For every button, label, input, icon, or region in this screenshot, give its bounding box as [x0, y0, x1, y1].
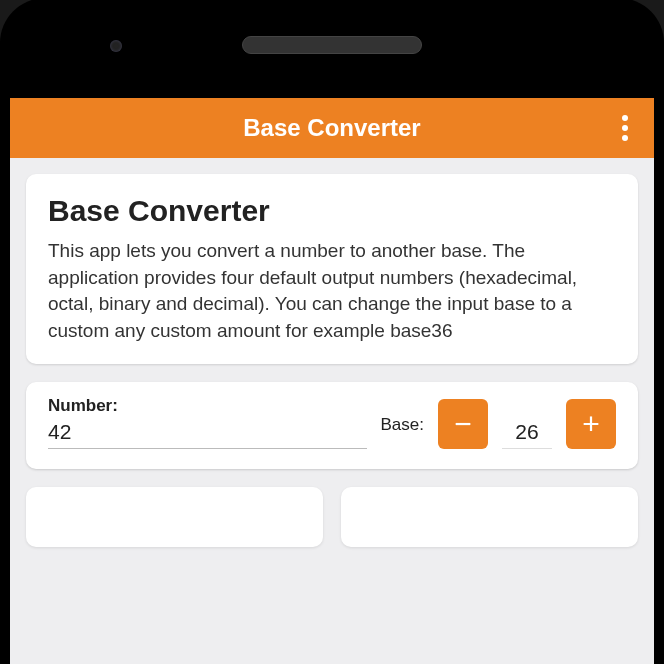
input-card: Number: Base: − 26 + — [26, 382, 638, 469]
overflow-menu-button[interactable] — [614, 107, 636, 149]
number-label: Number: — [48, 396, 367, 416]
intro-heading: Base Converter — [48, 194, 616, 228]
base-increment-button[interactable]: + — [566, 399, 616, 449]
kebab-dot-icon — [622, 125, 628, 131]
output-card — [26, 487, 323, 547]
app-bar-title: Base Converter — [243, 114, 420, 142]
base-decrement-button[interactable]: − — [438, 399, 488, 449]
number-input[interactable] — [48, 418, 367, 449]
intro-description: This app lets you convert a number to an… — [48, 238, 616, 344]
speaker-grille — [242, 36, 422, 54]
minus-icon: − — [454, 407, 472, 441]
phone-frame: Base Converter Base Converter This app l… — [0, 0, 664, 664]
base-value: 26 — [515, 420, 538, 443]
kebab-dot-icon — [622, 135, 628, 141]
intro-card: Base Converter This app lets you convert… — [26, 174, 638, 364]
plus-icon: + — [582, 407, 600, 441]
kebab-dot-icon — [622, 115, 628, 121]
output-row — [26, 487, 638, 547]
output-card — [341, 487, 638, 547]
base-value-display: 26 — [502, 420, 552, 449]
base-label: Base: — [381, 415, 424, 449]
number-field-group: Number: — [48, 396, 367, 449]
screen: Base Converter Base Converter This app l… — [10, 98, 654, 664]
content-area: Base Converter This app lets you convert… — [10, 158, 654, 563]
app-bar: Base Converter — [10, 98, 654, 158]
camera-dot — [110, 40, 122, 52]
phone-bezel: Base Converter Base Converter This app l… — [0, 0, 664, 664]
